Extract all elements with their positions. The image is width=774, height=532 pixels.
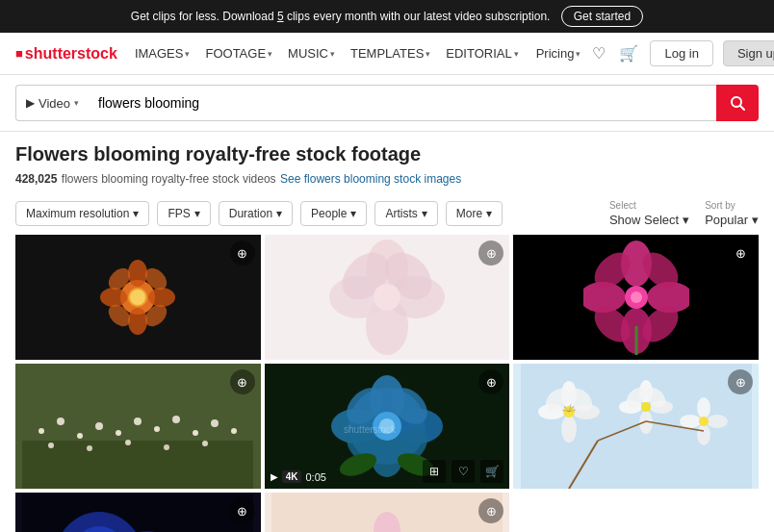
chevron-down-icon: ▾ [683,213,689,227]
search-bar: ▶ Video ▾ [0,75,774,132]
see-images-link[interactable]: See flowers blooming stock images [280,172,461,186]
chevron-down-icon: ▾ [422,207,427,220]
video-badge-5: ▶ 4K 0:05 [271,470,326,483]
svg-line-1 [740,106,744,110]
chevron-down-icon: ▾ [752,213,759,227]
zoom-icon-8[interactable]: ⊕ [478,498,503,523]
logo[interactable]: ■ shutterstock [15,45,117,63]
header: ■ shutterstock IMAGES ▾ FOOTAGE ▾ MUSIC … [0,33,774,75]
chevron-down-icon: ▾ [486,207,492,220]
select-value: Show Select [609,213,679,227]
nav-item-editorial[interactable]: EDITORIAL ▾ [440,42,524,64]
search-button[interactable] [716,85,759,121]
thumb-overlay-8: ⊕ [265,493,510,532]
filter-fps[interactable]: FPS ▾ [157,201,210,226]
search-input[interactable] [89,85,716,121]
nav-item-images[interactable]: IMAGES ▾ [129,42,196,64]
video-actions-5: ⊞ ♡ 🛒 [423,460,503,483]
banner-cta-button[interactable]: Get started [561,6,643,27]
filter-artists[interactable]: Artists ▾ [374,201,437,226]
favorite-icon[interactable]: ♡ [452,460,475,483]
promo-banner: Get clips for less. Download 5 clips eve… [0,0,774,33]
chevron-down-icon: ▾ [276,207,282,220]
storyboard-icon[interactable]: ⊞ [423,460,446,483]
chevron-down-icon: ▾ [185,49,190,59]
sortby-value: Popular [705,213,748,227]
chevron-down-icon: ▾ [426,49,430,59]
chevron-down-icon: ▾ [194,207,200,220]
video-thumb-7[interactable]: ⊕ [15,493,261,532]
nav-item-music[interactable]: MUSIC ▾ [282,42,341,64]
filter-resolution[interactable]: Maximum resolution ▾ [15,201,149,226]
logo-icon: ■ [15,46,23,61]
result-desc: flowers blooming royalty-free stock vide… [62,172,276,186]
nav-item-footage[interactable]: FOOTAGE ▾ [199,42,278,64]
chevron-down-icon: ▾ [268,49,272,59]
login-button[interactable]: Log in [650,40,712,66]
search-icon [730,95,745,111]
banner-text-1: Get clips for less. Download [131,10,277,23]
video-grid: ⊕ ⊕ [0,235,774,532]
filter-duration[interactable]: Duration ▾ [219,201,293,226]
banner-text-2: clips every month with our latest video … [287,10,550,23]
4k-badge: 4K [282,470,302,483]
sort-controls: Select Show Select ▾ Sort by Popular ▾ [609,200,759,227]
thumb-overlay-1: ⊕ [15,235,261,360]
filter-people[interactable]: People ▾ [300,201,367,226]
chevron-down-icon: ▾ [133,207,139,220]
filters-row: Maximum resolution ▾ FPS ▾ Duration ▾ Pe… [0,194,774,235]
video-thumb-8[interactable]: ⊕ [265,493,510,532]
zoom-icon-3[interactable]: ⊕ [728,241,753,266]
thumb-overlay-7: ⊕ [15,493,261,532]
signup-button[interactable]: Sign up [723,40,774,66]
thumb-overlay-2: ⊕ [265,235,510,360]
video-thumb-6[interactable]: ⊕ [513,364,759,489]
video-icon: ▶ [26,96,35,110]
sortby-label: Sort by [705,200,759,211]
zoom-icon-2[interactable]: ⊕ [478,241,503,266]
thumb-overlay-4: ⊕ [15,364,261,489]
video-play-icon: ▶ [271,471,278,482]
cart-button[interactable]: 🛒 [617,42,640,64]
zoom-icon-1[interactable]: ⊕ [230,241,255,266]
result-info: 428,025 flowers blooming royalty-free st… [15,169,759,187]
chevron-down-icon: ▾ [74,98,79,108]
zoom-icon-7[interactable]: ⊕ [230,498,255,523]
zoom-icon-6[interactable]: ⊕ [728,369,753,394]
video-thumb-1[interactable]: ⊕ [15,235,261,360]
video-thumb-4[interactable]: ⊕ [15,364,261,489]
banner-clips-count: 5 [277,10,284,23]
header-right: Pricing ▾ ♡ 🛒 Log in Sign up Menu [536,40,774,66]
chevron-down-icon: ▾ [514,49,519,59]
pricing-link[interactable]: Pricing ▾ [536,46,581,61]
chevron-down-icon: ▾ [350,207,356,220]
page-title: Flowers blooming royalty-free stock foot… [15,143,759,165]
select-group: Select Show Select ▾ [609,200,689,227]
favorites-button[interactable]: ♡ [590,42,607,64]
zoom-icon-5[interactable]: ⊕ [478,369,503,394]
video-thumb-2[interactable]: ⊕ [265,235,510,360]
chevron-down-icon: ▾ [330,49,335,59]
cart-icon[interactable]: 🛒 [480,460,503,483]
logo-text: shutterstock [25,45,117,63]
video-thumb-5[interactable]: shutterstock ⊕ ▶ 4K 0:05 ⊞ ♡ 🛒 [265,364,510,489]
thumb-overlay-6: ⊕ [513,364,759,489]
zoom-icon-4[interactable]: ⊕ [230,369,255,394]
filter-more[interactable]: More ▾ [446,201,503,226]
result-count: 428,025 [15,172,57,186]
main-nav: IMAGES ▾ FOOTAGE ▾ MUSIC ▾ TEMPLATES ▾ E… [129,42,525,64]
sortby-group: Sort by Popular ▾ [705,200,759,227]
select-label: Select [609,200,689,211]
sortby-dropdown[interactable]: Popular ▾ [705,213,759,227]
thumb-overlay-3: ⊕ [513,235,759,360]
search-type-selector[interactable]: ▶ Video ▾ [15,85,89,121]
select-dropdown[interactable]: Show Select ▾ [609,213,689,227]
video-duration: 0:05 [305,471,325,483]
page-title-section: Flowers blooming royalty-free stock foot… [0,132,774,194]
nav-item-templates[interactable]: TEMPLATES ▾ [345,42,436,64]
video-thumb-3[interactable]: ⊕ [513,235,759,360]
chevron-down-icon: ▾ [576,49,580,59]
